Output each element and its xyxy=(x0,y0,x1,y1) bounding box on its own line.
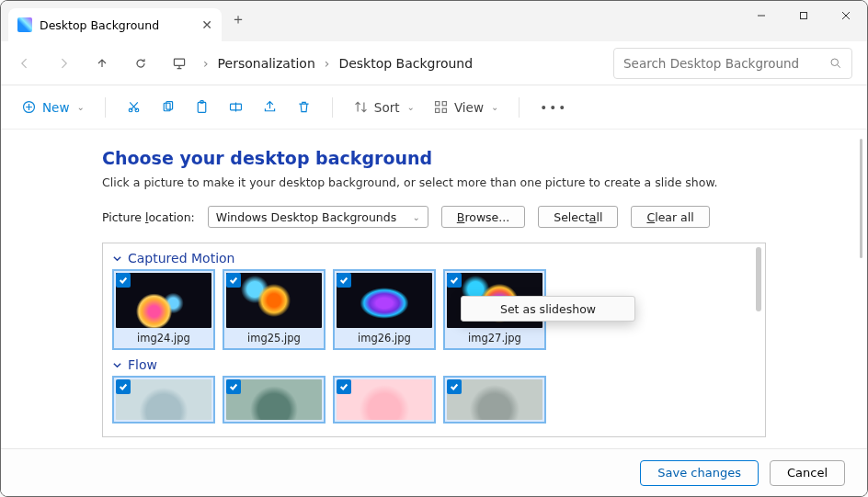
forward-button[interactable] xyxy=(45,47,82,80)
thumbnail-caption: img26.jpg xyxy=(337,328,432,346)
minimize-button[interactable] xyxy=(740,1,782,30)
thumb-row: img24.jpg img25.jpg img26.jpg img27.jpg xyxy=(103,269,765,350)
view-label: View xyxy=(454,100,484,115)
checkbox-checked[interactable] xyxy=(337,379,351,394)
group-name: Flow xyxy=(128,357,157,372)
svg-rect-14 xyxy=(435,102,439,106)
new-label: New xyxy=(42,100,69,115)
refresh-button[interactable] xyxy=(122,47,159,80)
titlebar: Desktop Background ✕ ＋ xyxy=(1,1,867,41)
sort-icon xyxy=(353,99,369,115)
crumb-desktop-background[interactable]: Desktop Background xyxy=(338,56,473,71)
page-title: Choose your desktop background xyxy=(102,148,766,168)
copy-button[interactable] xyxy=(153,93,183,122)
checkbox-checked[interactable] xyxy=(116,379,131,394)
svg-rect-11 xyxy=(198,102,206,112)
clear-all-button[interactable]: Clear all xyxy=(631,206,709,228)
save-changes-button[interactable]: Save changes xyxy=(640,460,759,486)
below-gallery-labels: Picture position: Change picture every: xyxy=(102,437,766,448)
chevron-right-icon: › xyxy=(325,56,330,71)
up-button[interactable] xyxy=(84,47,120,80)
thumbnail[interactable]: img25.jpg xyxy=(223,269,326,350)
group-header-flow[interactable]: Flow xyxy=(103,350,765,376)
crumb-personalization[interactable]: Personalization xyxy=(218,56,315,71)
back-button[interactable] xyxy=(6,47,43,80)
toolbar-separator xyxy=(105,97,106,118)
cut-button[interactable] xyxy=(119,93,149,122)
copy-icon xyxy=(160,99,176,115)
checkbox-checked[interactable] xyxy=(447,379,462,394)
group-name: Captured Motion xyxy=(128,251,234,265)
toolbar-separator xyxy=(332,97,333,118)
svg-rect-15 xyxy=(442,102,446,106)
window-controls xyxy=(740,1,867,30)
plus-circle-icon xyxy=(21,99,37,115)
search-box[interactable] xyxy=(613,48,852,79)
thumbnail[interactable]: img24.jpg xyxy=(112,269,215,350)
checkbox-checked[interactable] xyxy=(447,273,462,288)
gallery-scrollbar[interactable] xyxy=(752,245,763,435)
thumbnail[interactable] xyxy=(443,376,546,424)
location-label: Picture location: xyxy=(102,210,195,224)
thumbnail[interactable] xyxy=(223,376,326,424)
svg-rect-4 xyxy=(174,59,184,65)
checkbox-checked[interactable] xyxy=(226,379,241,394)
select-all-button[interactable]: Select all xyxy=(538,206,618,228)
thumbnail[interactable]: img26.jpg xyxy=(333,269,436,350)
delete-button[interactable] xyxy=(289,93,319,122)
new-button[interactable]: New ⌄ xyxy=(14,93,92,122)
svg-rect-17 xyxy=(442,108,446,112)
app-icon xyxy=(17,17,32,32)
chevron-down-icon xyxy=(112,254,122,264)
close-window-button[interactable] xyxy=(825,1,867,30)
page-scrollbar[interactable] xyxy=(854,139,865,441)
chevron-down-icon xyxy=(112,360,122,370)
chevron-down-icon: ⌄ xyxy=(412,212,419,222)
more-button[interactable]: ••• xyxy=(532,93,575,122)
checkbox-checked[interactable] xyxy=(337,273,351,288)
share-icon xyxy=(262,99,278,115)
search-input[interactable] xyxy=(623,56,828,71)
toolbar-separator xyxy=(519,97,520,118)
page-subtitle: Click a picture to make it your desktop … xyxy=(102,175,766,189)
monitor-icon[interactable] xyxy=(161,47,198,80)
location-select[interactable]: Windows Desktop Backgrounds ⌄ xyxy=(208,206,428,228)
command-toolbar: New ⌄ Sort ⌄ View ⌄ ••• xyxy=(1,85,867,130)
rename-icon xyxy=(228,99,244,115)
maximize-button[interactable] xyxy=(782,1,825,30)
thumbnail[interactable] xyxy=(333,376,436,424)
thumbnail-caption: img24.jpg xyxy=(116,328,211,346)
search-icon xyxy=(828,56,842,70)
svg-rect-16 xyxy=(435,108,439,112)
thumbnail-caption: img25.jpg xyxy=(226,328,322,346)
new-tab-button[interactable]: ＋ xyxy=(222,10,255,29)
paste-button[interactable] xyxy=(187,93,217,122)
location-row: Picture location: Windows Desktop Backgr… xyxy=(102,206,766,228)
close-tab-icon[interactable]: ✕ xyxy=(201,17,212,32)
cut-icon xyxy=(126,99,142,115)
active-tab[interactable]: Desktop Background ✕ xyxy=(8,8,222,41)
svg-point-5 xyxy=(831,59,839,66)
checkbox-checked[interactable] xyxy=(226,273,241,288)
browse-button[interactable]: Browse... xyxy=(441,206,525,228)
chevron-right-icon: › xyxy=(203,56,209,71)
content-area: Choose your desktop background Click a p… xyxy=(1,130,867,448)
thumbnail[interactable] xyxy=(112,376,215,424)
context-menu-item[interactable]: Set as slideshow xyxy=(500,302,596,316)
share-button[interactable] xyxy=(255,93,285,122)
breadcrumb[interactable]: › Personalization › Desktop Background xyxy=(203,56,611,71)
rename-button[interactable] xyxy=(221,93,251,122)
sort-label: Sort xyxy=(374,100,400,115)
context-menu[interactable]: Set as slideshow xyxy=(461,296,635,322)
more-icon: ••• xyxy=(540,100,567,115)
sort-button[interactable]: Sort ⌄ xyxy=(346,93,422,122)
paste-icon xyxy=(194,99,210,115)
thumbnail-caption: img27.jpg xyxy=(447,328,542,346)
group-header-captured-motion[interactable]: Captured Motion xyxy=(103,243,765,269)
view-button[interactable]: View ⌄ xyxy=(426,93,506,122)
chevron-down-icon: ⌄ xyxy=(407,102,415,112)
view-icon xyxy=(433,99,449,115)
cancel-button[interactable]: Cancel xyxy=(770,460,845,486)
checkbox-checked[interactable] xyxy=(116,273,131,288)
tab-title: Desktop Background xyxy=(40,18,194,32)
